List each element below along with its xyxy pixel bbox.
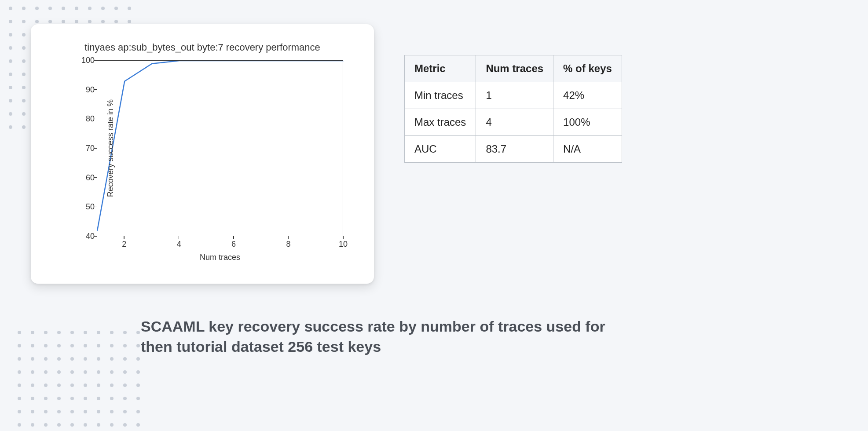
cell-numtraces: 83.7 xyxy=(476,136,553,163)
x-tick xyxy=(288,236,289,239)
table-row: AUC 83.7 N/A xyxy=(405,136,622,163)
cell-numtraces: 1 xyxy=(476,82,553,109)
cell-pct: 42% xyxy=(553,82,622,109)
cell-metric: Min traces xyxy=(405,82,476,109)
col-header-numtraces: Num traces xyxy=(476,55,553,82)
x-tick xyxy=(124,236,125,239)
table-header-row: Metric Num traces % of keys xyxy=(405,55,622,82)
x-tick-label: 4 xyxy=(172,240,186,249)
y-tick xyxy=(94,207,97,208)
y-tick-label: 80 xyxy=(79,114,95,124)
decorative-dot-grid-bottom xyxy=(18,331,140,431)
y-tick xyxy=(94,177,97,178)
y-tick-label: 50 xyxy=(79,202,95,212)
cell-metric: Max traces xyxy=(405,109,476,136)
x-tick xyxy=(179,236,179,239)
y-tick xyxy=(94,148,97,149)
data-line xyxy=(97,61,344,231)
metrics-table: Metric Num traces % of keys Min traces 1… xyxy=(404,55,622,163)
cell-metric: AUC xyxy=(405,136,476,163)
chart-title: tinyaes ap:sub_bytes_out byte:7 recovery… xyxy=(48,42,356,53)
table-row: Max traces 4 100% xyxy=(405,109,622,136)
line-plot-svg xyxy=(97,61,344,237)
y-tick-label: 90 xyxy=(79,85,95,94)
y-tick-label: 60 xyxy=(79,173,95,182)
x-tick-label: 6 xyxy=(227,240,240,249)
y-tick xyxy=(94,236,97,237)
y-tick-label: 40 xyxy=(79,232,95,241)
x-tick-label: 2 xyxy=(117,240,131,249)
y-tick xyxy=(94,60,97,61)
x-tick-label: 8 xyxy=(282,240,295,249)
x-tick xyxy=(233,236,234,239)
col-header-pctkeys: % of keys xyxy=(553,55,622,82)
y-tick xyxy=(94,119,97,120)
plot-area xyxy=(97,60,343,236)
y-axis-label: Recovery success rate in % xyxy=(106,99,115,197)
x-axis-label: Num traces xyxy=(200,253,240,262)
y-tick-label: 100 xyxy=(79,56,95,65)
chart-container: tinyaes ap:sub_bytes_out byte:7 recovery… xyxy=(48,42,356,266)
cell-pct: 100% xyxy=(553,109,622,136)
x-tick-label: 10 xyxy=(337,240,350,249)
cell-pct: N/A xyxy=(553,136,622,163)
y-tick-label: 70 xyxy=(79,144,95,153)
col-header-metric: Metric xyxy=(405,55,476,82)
chart-card: tinyaes ap:sub_bytes_out byte:7 recovery… xyxy=(31,24,374,284)
cell-numtraces: 4 xyxy=(476,109,553,136)
x-tick xyxy=(343,236,344,239)
y-tick xyxy=(94,89,97,90)
table-row: Min traces 1 42% xyxy=(405,82,622,109)
figure-caption: SCAAML key recovery success rate by numb… xyxy=(141,317,607,357)
